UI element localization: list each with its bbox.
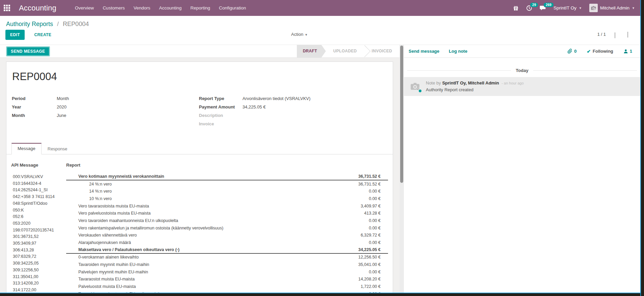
send-message-button[interactable]: SEND MESSAGE: [6, 46, 50, 56]
report-row-label: 24 %:n vero: [66, 182, 358, 187]
screen: Accounting Overview Customers Vendors Ac…: [0, 0, 644, 296]
form-field: Year 2020: [12, 103, 199, 111]
apps-grid-icon[interactable]: [4, 5, 10, 11]
report-row-label: Tavaroiden myynnit muihin EU-maihin: [66, 262, 358, 267]
followers-button[interactable]: 1: [623, 49, 632, 54]
nav-menu-item[interactable]: Configuration: [214, 0, 250, 16]
attachment-count: 0: [574, 49, 576, 54]
scrollbar-thumb[interactable]: [400, 46, 403, 183]
today-label: Today: [516, 68, 528, 73]
top-navbar: Accounting Overview Customers Vendors Ac…: [0, 0, 640, 16]
report-row-value: 1,722.00 €: [361, 284, 388, 289]
report-row-value: 0.00 €: [369, 196, 388, 201]
status-step[interactable]: INVOICED: [364, 45, 400, 57]
notebook-tabs: Message Response: [6, 143, 393, 154]
follower-count: 1: [630, 49, 632, 54]
form-field: Invoice: [199, 120, 387, 128]
activity-clock-icon[interactable]: 29: [526, 5, 532, 11]
nav-menus: Overview Customers Vendors Accounting Re…: [71, 0, 251, 16]
status-step[interactable]: DRAFT: [297, 45, 326, 57]
following-toggle[interactable]: ✔ Following: [587, 49, 613, 54]
control-buttons-row: EDIT CREATE Action▼ 1 / 1: [5, 30, 635, 40]
nav-menu-item[interactable]: Accounting: [155, 0, 186, 16]
field-value: Arvonlisäveron tiedot (VSRALVKV): [242, 94, 310, 103]
api-message-line: 010:1644324-4: [13, 180, 66, 187]
field-label: Payment Amount: [199, 103, 242, 111]
chatter-body: Today: [404, 58, 640, 96]
report-row: Vero tavaroiden maahantuonneista EU:n ul…: [66, 217, 388, 224]
report-row: 14 %:n vero 0.00 €: [66, 188, 388, 195]
statusbar: SEND MESSAGE DRAFT UPLOADED INVOICED: [0, 45, 400, 58]
api-message-line: 052:6: [13, 214, 66, 220]
field-label: Month: [12, 111, 57, 120]
report-row: 10 %:n vero 0.00 €: [66, 195, 388, 202]
user-avatar: [589, 4, 598, 12]
vertical-scrollbar[interactable]: [400, 45, 404, 293]
report-header: Report: [66, 163, 388, 168]
log-note-link[interactable]: Log note: [449, 49, 467, 54]
pager-previous-icon[interactable]: [615, 32, 619, 36]
breadcrumb-parent-link[interactable]: Authority Reports: [6, 21, 53, 27]
nav-menu-item[interactable]: Overview: [71, 0, 98, 16]
report-row-value: 3,409.97 €: [361, 204, 388, 208]
api-message-line: 014:2625244-1_SI: [13, 187, 66, 194]
api-message-column: API Message 000:VSRALVKV 010:1644324-4: [11, 163, 66, 293]
report-row-value: 35,041.00 €: [358, 262, 388, 267]
company-name: SprintIT Oy: [553, 5, 576, 10]
form-field: Report Type Arvonlisäveron tiedot (VSRAL…: [199, 94, 387, 103]
report-row: Vero tavaraostoista muista EU-maista 3,4…: [66, 202, 388, 210]
notebook-tab[interactable]: Response: [42, 143, 74, 154]
attachments-button[interactable]: 0: [567, 49, 576, 54]
report-row-label: 0-verokannan alainen liikevaihto: [66, 255, 358, 260]
field-label: Year: [12, 103, 57, 111]
today-divider: Today: [407, 68, 637, 73]
check-icon: ✔: [587, 49, 591, 54]
status-pipeline: DRAFT UPLOADED INVOICED: [297, 45, 400, 57]
nav-menu-item[interactable]: Vendors: [129, 0, 155, 16]
action-dropdown[interactable]: Action▼: [291, 32, 308, 37]
api-message-line: 053:2020: [13, 220, 66, 227]
report-row-label: Maksettava vero / Palautukseen oikeuttav…: [66, 247, 358, 252]
report-row-value: 0.00 €: [369, 218, 388, 223]
report-row-label: Vero rakentamispalvelun ja metalliromun …: [66, 226, 369, 230]
report-row: Palvelujen myynnit muihin EU-maihin 0.00…: [66, 268, 388, 276]
report-table: Vero kotimaan myynneistä verokannoittain…: [66, 173, 388, 293]
report-row-value: 6,329.72 €: [361, 233, 388, 238]
tab-content-message: API Message 000:VSRALVKV 010:1644324-4: [6, 154, 393, 293]
field-label: Period: [12, 94, 57, 103]
api-message-line: 301:36731,52: [13, 233, 66, 240]
company-switcher[interactable]: SprintIT Oy ▼: [553, 5, 582, 10]
note-text: Note by SprintIT Oy, Mitchell Admin - an…: [426, 80, 524, 93]
field-label: Description: [199, 111, 242, 120]
field-column-left: Period Month Year 2020: [12, 94, 199, 128]
field-value: 34,225.05 €: [242, 103, 266, 111]
field-column-right: Report Type Arvonlisäveron tiedot (VSRAL…: [199, 94, 387, 128]
report-row-label: Tavaraostot muista EU-maista: [66, 277, 358, 281]
nav-menu-item[interactable]: Customers: [98, 0, 129, 16]
report-row: 24 %:n vero 36,731.52 €: [66, 180, 388, 188]
report-row-label: 14 %:n vero: [66, 189, 369, 194]
nav-menu-item[interactable]: Reporting: [186, 0, 215, 16]
form-field: Description: [199, 111, 387, 120]
pager-next-icon[interactable]: [627, 32, 632, 36]
edit-button[interactable]: EDIT: [5, 30, 25, 40]
action-label: Action: [291, 32, 303, 37]
report-column: Report Vero kotimaan myynneistä verokann…: [66, 163, 388, 293]
report-row: Tavaroiden maahantuonnit EU:n ulkopuolel…: [66, 290, 388, 293]
report-row: Verokauden vähennettävä vero 6,329.72 €: [66, 232, 388, 239]
report-row-value: 36,731.52 €: [358, 174, 388, 179]
record-title: REP0004: [12, 71, 387, 83]
user-menu[interactable]: Mitchell Admin ▼: [589, 4, 635, 12]
gift-icon[interactable]: [513, 5, 519, 11]
form-field: Period Month: [12, 94, 199, 103]
report-row-value: 0.00 €: [369, 189, 388, 194]
send-message-link[interactable]: Send message: [409, 49, 439, 54]
messages-icon[interactable]: 269: [540, 5, 546, 11]
notebook-tab[interactable]: Message: [11, 143, 42, 154]
report-row-value: 0.00 €: [369, 226, 388, 230]
report-row-value: 0.00 €: [369, 240, 388, 245]
api-message-line: 050:K: [13, 207, 66, 214]
create-button[interactable]: CREATE: [33, 30, 53, 40]
field-value: Month: [57, 94, 69, 103]
api-message-line: 042:+358 3 7411 8114: [13, 194, 66, 200]
